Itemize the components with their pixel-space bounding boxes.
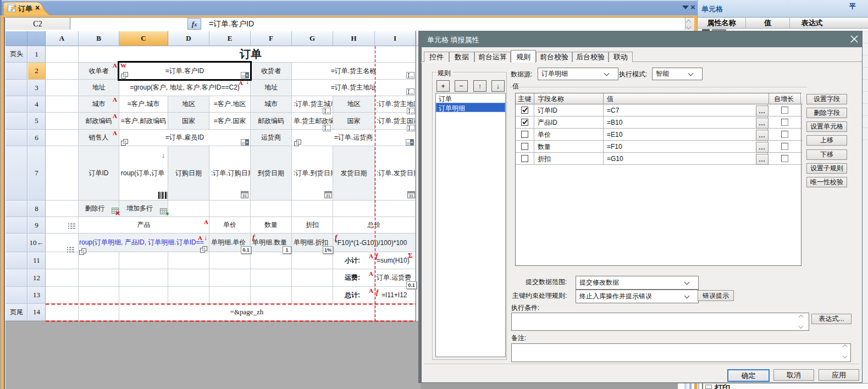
svg-text:31: 31 — [409, 194, 413, 198]
svg-text:31: 31 — [242, 194, 247, 198]
svg-text:31: 31 — [326, 194, 330, 198]
